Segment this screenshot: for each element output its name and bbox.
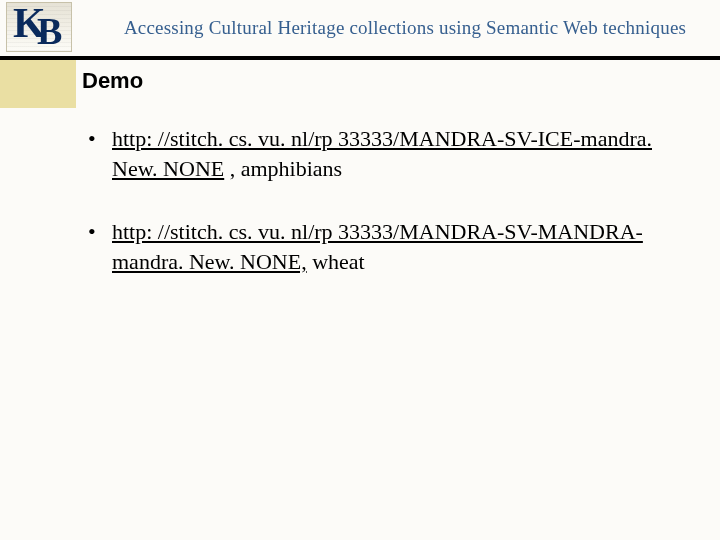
header-row: K B Accessing Cultural Heritage collecti… [0,0,720,60]
demo-link-2[interactable]: http: //stitch. cs. vu. nl/rp 33333/MAND… [112,219,643,274]
bullet-item: http: //stitch. cs. vu. nl/rp 33333/MAND… [84,217,690,276]
section-title: Demo [82,68,143,94]
bullet-trail: , amphibians [224,156,342,181]
logo-letter-b: B [37,9,62,52]
slide: K B Accessing Cultural Heritage collecti… [0,0,720,540]
accent-block [0,60,76,108]
demo-link-1[interactable]: http: //stitch. cs. vu. nl/rp 33333/MAND… [112,126,652,181]
bullet-trail: wheat [307,249,365,274]
bullet-item: http: //stitch. cs. vu. nl/rp 33333/MAND… [84,124,690,183]
kb-logo: K B [6,2,72,52]
body: http: //stitch. cs. vu. nl/rp 33333/MAND… [84,124,690,311]
header-title: Accessing Cultural Heritage collections … [100,0,710,56]
